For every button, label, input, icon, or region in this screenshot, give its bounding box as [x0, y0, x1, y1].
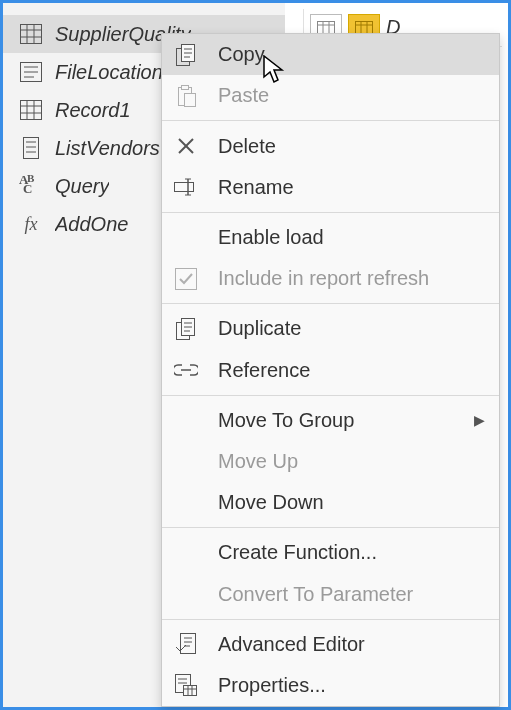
blank-icon [172, 489, 200, 517]
query-label: AddOne [55, 213, 128, 236]
svg-rect-32 [182, 85, 189, 89]
menu-label: Create Function... [218, 541, 485, 564]
menu-label: Convert To Parameter [218, 583, 485, 606]
link-icon [172, 356, 200, 384]
blank-icon [172, 406, 200, 434]
query-label: Record1 [55, 99, 131, 122]
query-label: Query [55, 175, 109, 198]
menu-item-paste: Paste [162, 75, 499, 116]
menu-label: Properties... [218, 674, 485, 697]
svg-rect-0 [21, 25, 42, 44]
svg-rect-33 [185, 93, 196, 106]
list-icon [19, 136, 43, 160]
menu-item-rename[interactable]: Rename [162, 167, 499, 208]
blank-icon [172, 539, 200, 567]
menu-item-move-down[interactable]: Move Down [162, 482, 499, 523]
blank-icon [172, 223, 200, 251]
check-icon [172, 265, 200, 293]
menu-separator [162, 395, 499, 396]
editor-icon [172, 630, 200, 658]
rename-icon [172, 173, 200, 201]
menu-item-reference[interactable]: Reference [162, 349, 499, 390]
menu-label: Reference [218, 359, 485, 382]
menu-label: Move Up [218, 450, 485, 473]
menu-separator [162, 120, 499, 121]
svg-rect-9 [21, 101, 42, 120]
svg-rect-36 [175, 183, 194, 192]
menu-item-create-function[interactable]: Create Function... [162, 532, 499, 573]
menu-separator [162, 619, 499, 620]
menu-separator [162, 527, 499, 528]
menu-item-enable-load[interactable]: Enable load [162, 217, 499, 258]
menu-label: Copy [218, 43, 485, 66]
menu-label: Move To Group [218, 409, 456, 432]
blank-icon [172, 580, 200, 608]
fx-icon: fx [19, 212, 43, 236]
abc-icon: A B C [19, 174, 43, 198]
svg-rect-53 [184, 686, 197, 696]
menu-item-advanced-editor[interactable]: Advanced Editor [162, 624, 499, 665]
screenshot-frame: SupplierQuality FileLocation Record1 Lis… [0, 0, 511, 710]
menu-label: Enable load [218, 226, 485, 249]
table-icon [19, 22, 43, 46]
copy-icon [172, 41, 200, 69]
menu-label: Delete [218, 135, 485, 158]
menu-label: Advanced Editor [218, 633, 485, 656]
copy-icon [172, 315, 200, 343]
delete-x-icon [172, 132, 200, 160]
menu-label: Include in report refresh [218, 267, 485, 290]
svg-rect-46 [181, 634, 196, 654]
query-label: ListVendors [55, 137, 160, 160]
menu-item-move-up: Move Up [162, 441, 499, 482]
svg-rect-14 [24, 138, 39, 159]
menu-item-convert-to-parameter: Convert To Parameter [162, 573, 499, 614]
paste-icon [172, 82, 200, 110]
svg-rect-40 [176, 268, 197, 289]
menu-item-delete[interactable]: Delete [162, 125, 499, 166]
chevron-right-icon: ▶ [474, 412, 485, 428]
menu-label: Rename [218, 176, 485, 199]
context-menu: Copy Paste Delete Rename Enable load [161, 33, 500, 707]
menu-item-copy[interactable]: Copy [162, 34, 499, 75]
table-icon [19, 98, 43, 122]
query-label: FileLocation [55, 61, 163, 84]
properties-icon [172, 671, 200, 699]
menu-label: Move Down [218, 491, 485, 514]
parameter-icon [19, 60, 43, 84]
menu-item-properties[interactable]: Properties... [162, 665, 499, 706]
menu-separator [162, 212, 499, 213]
menu-label: Paste [218, 84, 485, 107]
blank-icon [172, 447, 200, 475]
menu-item-duplicate[interactable]: Duplicate [162, 308, 499, 349]
menu-separator [162, 303, 499, 304]
menu-item-include-in-refresh: Include in report refresh [162, 258, 499, 299]
menu-item-move-to-group[interactable]: Move To Group ▶ [162, 400, 499, 441]
menu-label: Duplicate [218, 317, 485, 340]
